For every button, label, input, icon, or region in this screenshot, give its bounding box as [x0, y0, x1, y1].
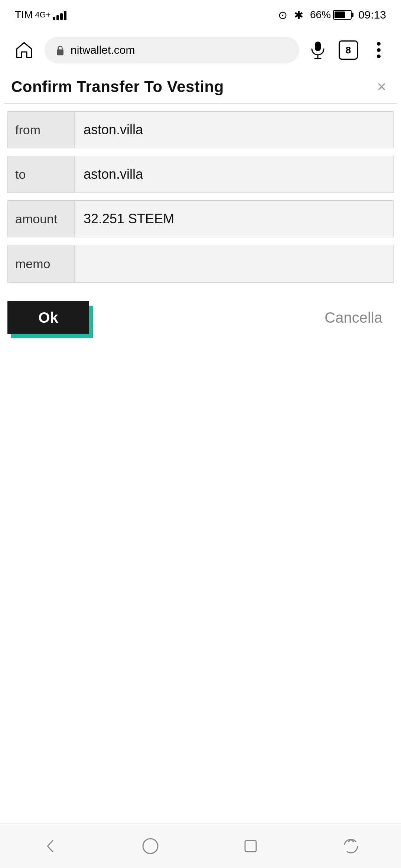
svg-rect-8 [245, 841, 256, 852]
url-text: nitwallet.com [71, 44, 289, 56]
recents-button[interactable] [232, 831, 269, 861]
battery-icon [333, 10, 352, 20]
nav-home-button[interactable] [132, 831, 169, 861]
app-icon: ⊙ [278, 9, 287, 22]
form-section: from aston.villa to aston.villa amount 3… [4, 111, 397, 283]
amount-field-row: amount 32.251 STEEM [7, 200, 394, 237]
to-value: aston.villa [75, 156, 393, 193]
svg-point-7 [143, 839, 158, 854]
svg-point-5 [377, 48, 381, 52]
page-content: Confirm Transfer To Vesting × from aston… [0, 70, 401, 345]
tabs-count: 8 [339, 40, 358, 60]
memo-field-row: memo [7, 245, 394, 283]
from-value: aston.villa [75, 112, 393, 148]
status-bar: TIM 4G+ ⊙ ✱ 66% 09:13 [0, 0, 401, 30]
bottom-nav [0, 823, 401, 868]
rotate-button[interactable] [332, 831, 369, 861]
dialog-title: Confirm Transfer To Vesting [11, 78, 224, 96]
lock-icon [55, 44, 65, 56]
ok-button-wrapper: Ok [7, 301, 89, 334]
tabs-button[interactable]: 8 [337, 39, 359, 61]
memo-label: memo [8, 245, 75, 282]
svg-point-4 [377, 42, 381, 46]
from-label: from [8, 112, 75, 148]
close-button[interactable]: × [373, 78, 390, 96]
svg-point-9 [344, 839, 358, 853]
bluetooth-icon: ✱ [294, 9, 303, 22]
microphone-button[interactable] [307, 39, 329, 61]
browser-bar: nitwallet.com 8 [0, 30, 401, 70]
cancel-button[interactable]: Cancella [313, 302, 394, 333]
dialog-title-bar: Confirm Transfer To Vesting × [4, 70, 397, 96]
carrier-info: TIM 4G+ [15, 9, 66, 21]
memo-value [75, 245, 393, 282]
more-button[interactable] [368, 39, 390, 61]
svg-point-6 [377, 55, 381, 58]
buttons-row: Ok Cancella [4, 290, 397, 345]
carrier-name: TIM [15, 9, 33, 21]
home-button[interactable] [11, 37, 37, 63]
from-field-row: from aston.villa [7, 111, 394, 148]
to-label: to [8, 156, 75, 193]
signal-bars [53, 10, 66, 20]
back-button[interactable] [32, 831, 69, 861]
to-field-row: to aston.villa [7, 156, 394, 193]
svg-rect-1 [315, 42, 321, 51]
amount-value: 32.251 STEEM [75, 201, 393, 237]
address-bar[interactable]: nitwallet.com [45, 37, 299, 63]
ok-button[interactable]: Ok [7, 301, 89, 334]
battery-container: 66% [310, 9, 352, 21]
battery-percent: 66% [310, 9, 331, 21]
time: 09:13 [358, 9, 386, 21]
network-type: 4G+ [35, 10, 50, 20]
svg-rect-0 [57, 49, 63, 55]
amount-label: amount [8, 201, 75, 237]
battery-fill [335, 11, 345, 18]
status-right: ⊙ ✱ 66% 09:13 [278, 9, 386, 22]
browser-actions: 8 [307, 39, 390, 61]
divider [4, 103, 397, 104]
